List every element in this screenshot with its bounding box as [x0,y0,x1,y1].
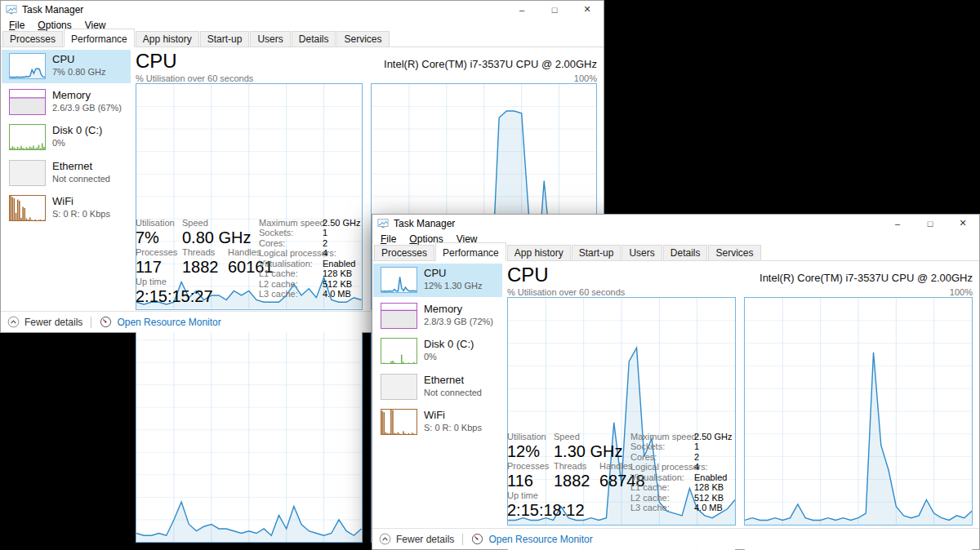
menu-file[interactable]: File [2,20,31,31]
window-title: Task Manager [22,4,83,16]
processes-value: 117 [136,258,162,277]
sidebar-disk-value: 0% [424,352,437,361]
window-title: Task Manager [394,218,455,229]
spec-value: 128 KB [323,268,352,278]
spec-row: Maximum speed:2.50 GHz [630,432,732,441]
threads-label: Threads [182,247,215,257]
fewer-details-button[interactable]: Fewer details [379,533,454,545]
tab-bar: Processes Performance App history Start-… [372,246,979,261]
chart-max-label: 100% [574,73,597,83]
task-manager-app-icon [6,4,17,16]
wifi-thumb-graph [381,410,416,434]
processes-label: Processes [507,461,549,471]
spec-label: Cores: [630,452,694,462]
cpu-core-chart-2[interactable] [136,317,363,543]
tab-services[interactable]: Services [708,245,760,260]
minimize-button[interactable]: – [506,1,538,18]
sidebar-item-disk[interactable]: Disk 0 (C:) 0% [2,121,131,154]
spec-label: Cores: [259,238,323,248]
spec-row: Maximum speed:2.50 GHz [259,218,360,228]
spec-row: Sockets:1 [630,441,699,451]
processes-label: Processes [136,247,177,257]
sidebar-item-disk[interactable]: Disk 0 (C:) 0% [373,335,502,368]
spec-row: Cores:2 [630,452,699,462]
spec-value: 2 [694,452,699,462]
sidebar-item-ethernet[interactable]: Ethernet Not connected [2,157,131,190]
spec-label: L1 cache: [630,482,694,492]
handles-label: Handles [228,247,261,257]
uptime-value: 2:15:15:27 [136,287,213,306]
sidebar-ethernet-label: Ethernet [424,374,464,386]
window-controls: – □ ✕ [881,215,979,232]
tab-start-up[interactable]: Start-up [200,31,250,47]
tab-details[interactable]: Details [663,245,708,260]
spec-label: L3 cache: [630,503,694,512]
tab-app-history[interactable]: App history [136,31,199,47]
open-resource-monitor-link[interactable]: Open Resource Monitor [471,533,592,545]
sidebar-item-wifi[interactable]: WiFi S: 0 R: 0 Kbps [373,406,502,439]
tab-processes[interactable]: Processes [374,245,434,260]
handles-label: Handles [599,461,632,471]
cpu-core-graph-1 [745,298,972,525]
sidebar-item-ethernet[interactable]: Ethernet Not connected [373,370,502,404]
spec-label: L1 cache: [259,268,323,278]
spec-label: Logical processors: [259,248,323,258]
spec-row: Cores:2 [259,238,327,248]
chart-max-label: 100% [950,287,973,297]
cpu-core-chart-1[interactable] [744,297,973,526]
spec-row: L1 cache:128 KB [259,268,352,278]
tab-bar: Processes Performance App history Start-… [1,32,604,47]
tab-users[interactable]: Users [250,31,290,47]
cpu-core-graph-2 [136,317,362,543]
sidebar-wifi-label: WiFi [52,195,74,207]
tab-performance[interactable]: Performance [64,29,135,47]
task-manager-app-icon [377,218,389,229]
close-button[interactable]: ✕ [571,1,604,18]
sidebar-item-cpu[interactable]: CPU 7% 0.80 GHz [2,50,131,83]
tab-services[interactable]: Services [336,31,389,47]
sidebar-cpu-value: 7% 0.80 GHz [52,67,105,77]
spec-row: Logical processors:4 [630,462,699,472]
spec-label: Virtualisation: [630,472,694,482]
spec-label: Maximum speed: [630,432,694,441]
tab-start-up[interactable]: Start-up [572,245,621,260]
uptime-value: 2:15:18:12 [507,501,585,520]
wifi-thumb-graph [10,196,45,220]
sidebar-memory-value: 2.6/3.9 GB (67%) [52,103,122,113]
cpu-model-name: Intel(R) Core(TM) i7-3537U CPU @ 2.00GHz [760,272,973,284]
desktop-background: { "glyphs": { "minimize": "–", "maximize… [0,0,980,550]
sidebar-item-memory[interactable]: Memory 2.6/3.9 GB (67%) [2,86,131,119]
spec-value: Enabled [323,259,355,268]
sidebar-item-wifi[interactable]: WiFi S: 0 R: 0 Kbps [2,192,131,225]
minimize-button[interactable]: – [881,215,914,232]
tab-processes[interactable]: Processes [2,31,63,47]
cpu-core-charts [136,83,597,204]
tab-performance[interactable]: Performance [435,242,506,261]
spec-value: 4.0 MB [694,503,723,512]
spec-label: Maximum speed: [259,218,323,228]
sidebar-item-memory[interactable]: Memory 2.8/3.9 GB (72%) [373,299,502,333]
maximize-button[interactable]: □ [538,1,571,18]
titlebar[interactable]: Task Manager – □ ✕ [372,215,979,232]
maximize-button[interactable]: □ [914,215,947,232]
sidebar-item-cpu[interactable]: CPU 12% 1.30 GHz [373,264,502,297]
threads-label: Threads [554,461,586,471]
spec-value: 512 KB [694,493,724,503]
window-controls: – □ ✕ [506,1,604,18]
resource-monitor-icon [100,316,112,328]
menu-file[interactable]: File [374,233,403,245]
spec-row: L1 cache:128 KB [630,482,724,492]
tab-users[interactable]: Users [621,245,662,260]
spec-row: L2 cache:512 KB [259,279,352,289]
utilisation-label: Utilisation [136,218,175,228]
tab-app-history[interactable]: App history [507,245,571,260]
spec-label: L2 cache: [259,279,323,289]
disk-thumb-graph [10,125,45,149]
tab-details[interactable]: Details [292,31,336,47]
fewer-details-button[interactable]: Fewer details [7,316,82,328]
fewer-details-label: Fewer details [396,534,454,545]
close-button[interactable]: ✕ [947,215,979,232]
titlebar[interactable]: Task Manager – □ ✕ [1,1,604,18]
spec-label: Sockets: [630,441,694,451]
open-resource-monitor-link[interactable]: Open Resource Monitor [100,316,220,328]
